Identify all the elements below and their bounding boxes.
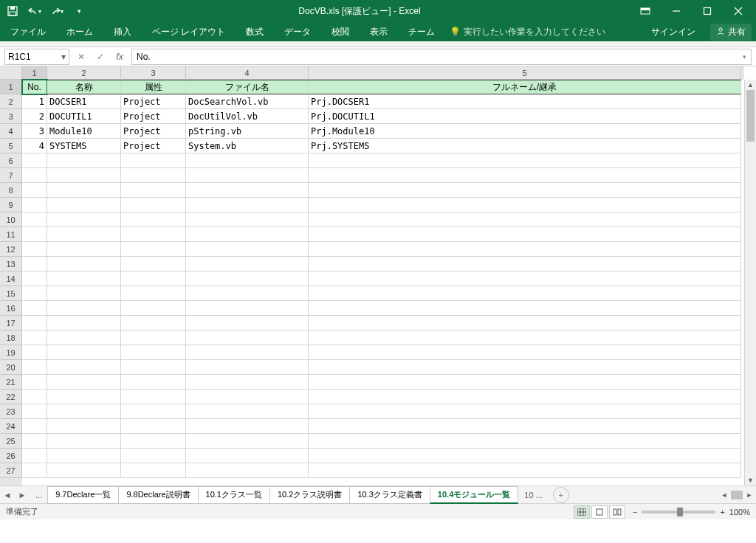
cell[interactable] <box>186 345 309 360</box>
scroll-thumb[interactable] <box>746 90 755 142</box>
cell[interactable]: 4 <box>22 139 47 153</box>
sheet-tab[interactable]: 10.4モジュール一覧 <box>430 486 518 504</box>
row-header[interactable]: 21 <box>0 375 22 390</box>
redo-icon[interactable]: ▾ <box>47 3 66 19</box>
cell[interactable] <box>121 286 186 301</box>
cell[interactable] <box>309 419 741 434</box>
cell[interactable] <box>47 286 121 301</box>
cell[interactable]: Project <box>121 139 186 153</box>
cell[interactable] <box>121 463 186 478</box>
cell[interactable] <box>22 198 47 212</box>
cancel-formula-icon[interactable]: ✕ <box>74 49 89 64</box>
cell[interactable] <box>121 153 186 168</box>
cell[interactable] <box>186 257 309 272</box>
row-header[interactable]: 17 <box>0 316 22 331</box>
cell[interactable]: pString.vb <box>186 124 309 139</box>
undo-icon[interactable]: ▾ <box>25 3 44 19</box>
sheet-tab[interactable]: 9.8Declare説明書 <box>118 486 198 504</box>
cell[interactable] <box>22 419 47 434</box>
cell[interactable] <box>309 212 741 227</box>
tab-insert[interactable]: 挿入 <box>108 23 137 41</box>
cell[interactable]: 1 <box>22 94 47 109</box>
cell[interactable]: SYSTEMS <box>47 139 121 153</box>
cell[interactable] <box>186 449 309 463</box>
cell[interactable] <box>47 419 121 434</box>
cell[interactable]: Prj.DOCSER1 <box>309 94 741 109</box>
cell[interactable] <box>22 257 47 272</box>
sheet-nav-prev-icon[interactable]: ◄ <box>0 491 15 499</box>
tab-data[interactable]: データ <box>278 23 317 41</box>
cell[interactable] <box>121 390 186 404</box>
cell[interactable] <box>186 301 309 316</box>
cell[interactable]: Prj.SYSTEMS <box>309 139 741 153</box>
cell[interactable] <box>186 390 309 404</box>
cell[interactable] <box>186 183 309 198</box>
cell[interactable] <box>22 301 47 316</box>
column-header[interactable]: 2 <box>47 66 121 80</box>
cell[interactable] <box>47 198 121 212</box>
column-header[interactable]: 3 <box>121 66 186 80</box>
cell[interactable] <box>121 198 186 212</box>
insert-function-icon[interactable]: fx <box>112 49 127 64</box>
tab-team[interactable]: チーム <box>402 23 441 41</box>
vertical-scrollbar[interactable]: ▲ ▼ <box>744 80 756 485</box>
cell[interactable] <box>186 463 309 478</box>
sheet-truncated[interactable]: 10 ... <box>518 488 548 502</box>
cell[interactable] <box>47 183 121 198</box>
cell[interactable] <box>309 360 741 375</box>
cell[interactable] <box>47 168 121 183</box>
cell[interactable] <box>121 434 186 449</box>
row-header[interactable]: 20 <box>0 360 22 375</box>
row-header[interactable]: 13 <box>0 257 22 272</box>
cell[interactable]: Project <box>121 124 186 139</box>
cell[interactable] <box>309 168 741 183</box>
cell[interactable] <box>121 301 186 316</box>
cell[interactable] <box>121 449 186 463</box>
sheet-tab[interactable]: 10.1クラス一覧 <box>198 486 270 504</box>
cell[interactable] <box>121 272 186 286</box>
cell[interactable] <box>22 375 47 390</box>
cell[interactable] <box>47 449 121 463</box>
row-header[interactable]: 15 <box>0 286 22 301</box>
expand-formula-icon[interactable]: ▾ <box>743 53 746 60</box>
cell[interactable] <box>47 331 121 345</box>
enter-formula-icon[interactable]: ✓ <box>93 49 108 64</box>
row-header[interactable]: 7 <box>0 168 22 183</box>
formula-input[interactable]: No. ▾ <box>131 49 752 65</box>
sheet-tab[interactable]: 10.3クラス定義書 <box>349 486 430 504</box>
cell[interactable] <box>47 404 121 419</box>
cell[interactable] <box>47 360 121 375</box>
scroll-left-icon[interactable]: ◄ <box>719 491 729 499</box>
row-header[interactable]: 1 <box>0 80 22 94</box>
cell[interactable]: Project <box>121 94 186 109</box>
cell[interactable] <box>186 419 309 434</box>
cell[interactable] <box>47 301 121 316</box>
cell[interactable]: DocUtilVol.vb <box>186 109 309 124</box>
cell[interactable] <box>121 257 186 272</box>
cell[interactable] <box>309 316 741 331</box>
row-header[interactable]: 19 <box>0 345 22 360</box>
cell[interactable] <box>309 198 741 212</box>
cell[interactable] <box>309 257 741 272</box>
page-layout-view-button[interactable] <box>591 505 608 519</box>
cell[interactable] <box>309 390 741 404</box>
cell[interactable] <box>121 212 186 227</box>
row-header[interactable]: 16 <box>0 301 22 316</box>
row-header[interactable]: 25 <box>0 434 22 449</box>
cell[interactable] <box>121 345 186 360</box>
cell[interactable]: Prj.DOCUTIL1 <box>309 109 741 124</box>
normal-view-button[interactable] <box>574 505 590 519</box>
tab-home[interactable]: ホーム <box>61 23 99 41</box>
cell[interactable] <box>22 212 47 227</box>
cell[interactable] <box>309 227 741 242</box>
cell[interactable] <box>22 183 47 198</box>
cell[interactable] <box>121 168 186 183</box>
cell[interactable] <box>121 242 186 257</box>
cell[interactable] <box>22 168 47 183</box>
cell[interactable] <box>22 242 47 257</box>
row-header[interactable]: 23 <box>0 404 22 419</box>
cell[interactable] <box>186 212 309 227</box>
zoom-in-button[interactable]: + <box>720 508 724 516</box>
maximize-button[interactable] <box>693 1 722 21</box>
close-button[interactable] <box>724 1 753 21</box>
